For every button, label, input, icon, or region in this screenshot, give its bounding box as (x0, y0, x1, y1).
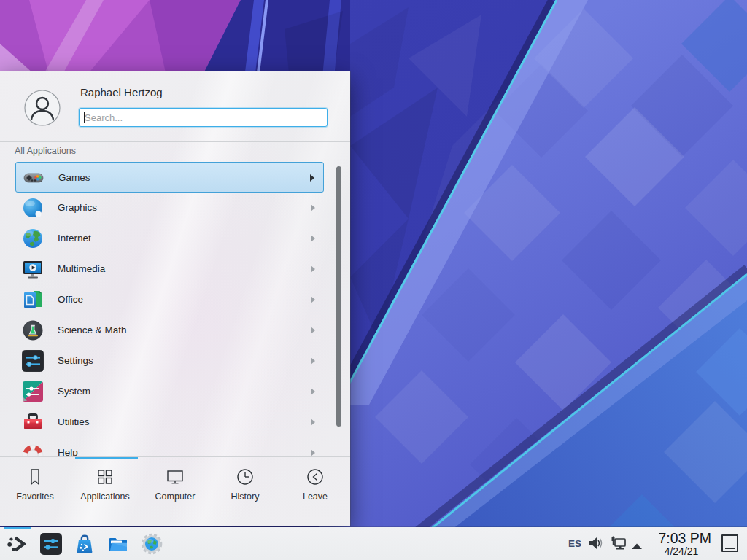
category-label: Graphics (58, 192, 97, 223)
tab-leave[interactable]: Leave (280, 459, 350, 526)
search-input[interactable] (80, 109, 327, 126)
category-label: Internet (58, 223, 91, 254)
user-avatar-icon[interactable] (24, 90, 61, 126)
user-name: Raphael Hertzog (80, 86, 163, 98)
clock-time: 7:03 PM (651, 531, 711, 546)
category-label: Office (58, 284, 83, 315)
paint-sphere-icon (21, 196, 44, 219)
tab-label: Leave (303, 491, 328, 502)
gamepad-icon (22, 166, 45, 190)
settings-sliders-icon (21, 349, 44, 373)
toolbox-icon (21, 411, 44, 434)
category-row-multimedia[interactable]: Multimedia (15, 254, 324, 284)
category-list: Games Graphics (0, 162, 350, 456)
category-label: System (58, 376, 90, 407)
desktop: Raphael Hertzog All Applications (0, 0, 747, 560)
footer-divider (0, 456, 350, 457)
volume-icon[interactable] (588, 536, 604, 553)
submenu-arrow-icon (311, 235, 315, 242)
tab-applications[interactable]: Applications (70, 459, 140, 526)
submenu-arrow-icon (311, 357, 315, 365)
bookmark-icon (26, 467, 44, 486)
digital-clock[interactable]: 7:03 PM 4/24/21 (651, 531, 711, 557)
category-row-help[interactable]: Help (15, 438, 324, 456)
application-launcher-panel: Raphael Hertzog All Applications (0, 71, 350, 526)
category-row-settings[interactable]: Settings (15, 346, 324, 376)
category-row-utilities[interactable]: Utilities (15, 407, 324, 438)
tab-label: History (231, 491, 260, 502)
header-divider (0, 141, 350, 142)
category-row-science-math[interactable]: Science & Math (15, 315, 324, 346)
category-row-graphics[interactable]: Graphics (15, 192, 324, 223)
file-manager-folder-icon[interactable] (107, 532, 130, 556)
globe-icon (21, 227, 44, 250)
show-desktop-glyph (725, 548, 735, 549)
category-label: Science & Math (58, 315, 127, 346)
category-row-office[interactable]: Office (15, 284, 324, 315)
discover-software-center-icon[interactable] (73, 532, 96, 556)
web-browser-globe-gear-icon[interactable] (140, 532, 163, 556)
category-row-system[interactable]: System (15, 376, 324, 407)
expand-tray-caret-icon[interactable] (631, 540, 643, 553)
submenu-arrow-icon (311, 449, 315, 456)
tab-computer[interactable]: Computer (140, 459, 210, 526)
show-desktop-button[interactable] (721, 534, 738, 552)
section-label: All Applications (15, 146, 76, 156)
category-label: Settings (58, 346, 93, 376)
submenu-arrow-icon (311, 327, 315, 334)
launcher-active-indicator (4, 527, 31, 529)
flask-icon (21, 319, 44, 342)
tab-favorites[interactable]: Favorites (0, 459, 70, 526)
leave-circle-icon (306, 467, 325, 486)
category-label: Utilities (58, 407, 90, 438)
tab-label: Computer (155, 491, 196, 502)
clock-date: 4/24/21 (651, 546, 711, 557)
submenu-arrow-icon (310, 174, 314, 182)
documents-icon (21, 288, 44, 311)
submenu-arrow-icon (311, 388, 315, 395)
submenu-arrow-icon (311, 265, 315, 273)
computer-icon (166, 467, 185, 486)
history-clock-icon (236, 467, 255, 486)
system-sliders-icon (21, 380, 44, 403)
media-screen-icon (21, 257, 44, 281)
grid-icon (96, 467, 115, 486)
submenu-arrow-icon (311, 419, 315, 426)
launcher-tab-bar: Favorites Applications (0, 459, 350, 526)
keyboard-layout-indicator[interactable]: ES (568, 538, 581, 549)
tab-label: Applications (80, 491, 129, 502)
category-label: Help (58, 438, 78, 456)
search-field (79, 108, 328, 127)
tab-label: Favorites (16, 491, 53, 502)
category-row-games[interactable]: Games (15, 162, 324, 192)
category-row-internet[interactable]: Internet (15, 223, 324, 254)
taskbar: ES 7:03 PM 4/24/2 (0, 527, 747, 560)
network-icon[interactable] (610, 536, 627, 555)
list-scrollbar[interactable] (336, 166, 341, 427)
application-launcher-icon[interactable] (6, 532, 29, 556)
submenu-arrow-icon (311, 204, 315, 211)
submenu-arrow-icon (311, 296, 315, 303)
tab-history[interactable]: History (210, 459, 280, 526)
category-label: Multimedia (58, 254, 105, 284)
category-label: Games (58, 163, 90, 193)
system-settings-icon[interactable] (39, 532, 63, 556)
lifebuoy-icon (21, 441, 44, 456)
text-caret (84, 112, 85, 123)
